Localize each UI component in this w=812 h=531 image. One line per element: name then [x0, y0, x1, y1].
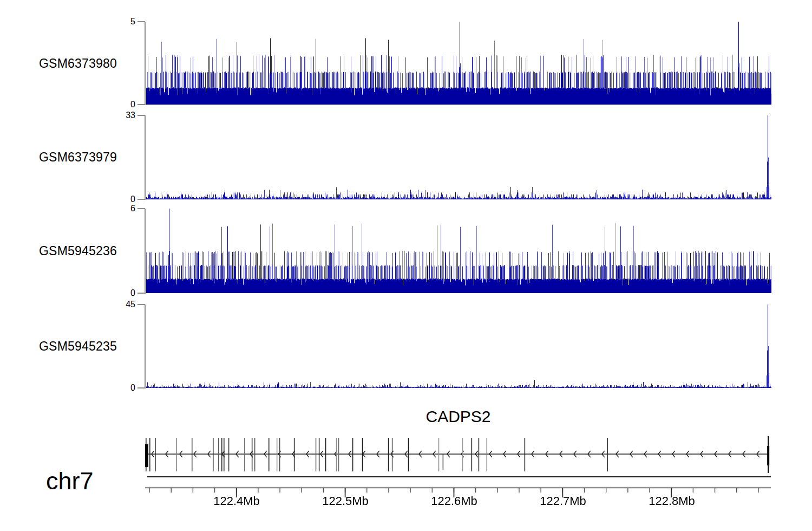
track-label-gsm5945235: GSM5945235 [39, 339, 136, 354]
track2-yaxis-top-tick [137, 115, 145, 116]
axis-tick-label-122-6: 122.6Mb [416, 494, 492, 508]
track3-yaxis-top-tick [137, 208, 145, 209]
track1-yaxis-top-tick [137, 21, 145, 22]
coverage-canvas-3 [146, 305, 771, 388]
track2-ymin-label: 0 [112, 195, 135, 204]
axis-tick-label-122-4: 122.4Mb [199, 494, 274, 508]
track3-ymax-label: 6 [112, 204, 135, 213]
track3-yaxis-line [145, 209, 146, 294]
axis-tick-label-122-7: 122.7Mb [525, 494, 601, 508]
track2-yaxis-bottom-tick [137, 199, 145, 200]
axis-tick-label-122-5: 122.5Mb [307, 494, 383, 508]
track4-ymin-label: 0 [112, 383, 135, 393]
track-label-gsm5945236: GSM5945236 [39, 244, 136, 258]
coverage-canvas-0 [146, 22, 771, 105]
genome-browser-figure: GSM6373980 5 0 GSM6373979 33 0 GSM594523… [0, 0, 812, 531]
track2-yaxis-line [145, 115, 146, 200]
track-label-gsm6373979: GSM6373979 [39, 150, 136, 165]
coverage-canvas-1 [146, 115, 771, 199]
coverage-canvas-2 [146, 209, 771, 293]
chromosome-label: chr7 [46, 467, 94, 495]
track-label-gsm6373980: GSM6373980 [39, 56, 136, 71]
track1-ymax-label: 5 [112, 17, 135, 27]
track3-ymin-label: 0 [112, 288, 135, 298]
track4-yaxis-bottom-tick [137, 387, 145, 388]
track4-ymax-label: 45 [112, 300, 135, 309]
gene-name-title: CADPS2 [145, 407, 771, 426]
axis-tick-label-122-8: 122.8Mb [634, 494, 710, 508]
track1-ymin-label: 0 [112, 100, 135, 109]
track3-yaxis-bottom-tick [137, 293, 145, 294]
track1-yaxis-bottom-tick [137, 104, 145, 105]
track2-ymax-label: 33 [112, 111, 135, 120]
track1-yaxis-line [145, 22, 146, 105]
track4-yaxis-top-tick [137, 304, 145, 305]
track4-yaxis-line [145, 305, 146, 388]
